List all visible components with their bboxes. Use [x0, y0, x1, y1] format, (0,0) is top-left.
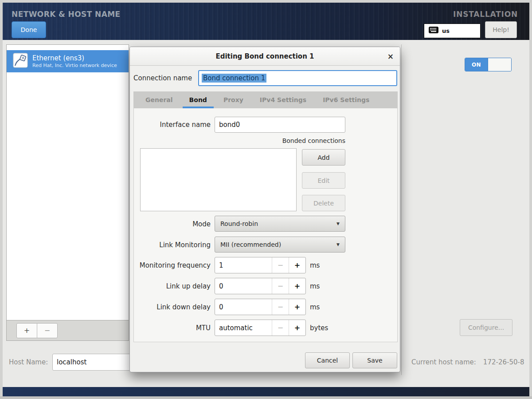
plus-icon[interactable]: +	[289, 278, 305, 294]
bonded-add-button[interactable]: Add	[302, 149, 345, 166]
mtu-unit: bytes	[310, 324, 328, 332]
toggle-knob[interactable]	[488, 58, 511, 71]
installation-label: INSTALLATION	[453, 10, 518, 19]
tab-bond[interactable]: Bond	[183, 91, 214, 108]
connection-name-input[interactable]: Bond connection 1	[198, 70, 397, 86]
minus-icon[interactable]: −	[272, 278, 289, 294]
interface-name-input[interactable]: bond0	[215, 117, 345, 133]
chevron-down-icon: ▼	[336, 242, 340, 247]
toggle-on-label: ON	[465, 58, 488, 71]
keyboard-icon	[429, 27, 438, 35]
plus-icon[interactable]: +	[289, 257, 305, 273]
host-name-label: Host Name:	[9, 358, 48, 366]
tab-ipv6-settings[interactable]: IPv6 Settings	[316, 91, 376, 108]
help-button[interactable]: Help!	[485, 21, 517, 38]
close-icon[interactable]: ×	[387, 47, 394, 66]
bonded-connections-list[interactable]	[140, 148, 297, 211]
link-monitoring-dropdown-value: MII (recommended)	[220, 241, 281, 248]
chevron-down-icon: ▼	[336, 221, 340, 226]
tab-general[interactable]: General	[139, 91, 180, 108]
minus-icon[interactable]: −	[272, 320, 289, 336]
monitoring-frequency-spinner: 1 − +	[215, 257, 306, 273]
minus-icon[interactable]: −	[272, 299, 289, 315]
header-bar: NETWORK & HOST NAME Done INSTALLATION us…	[3, 3, 529, 40]
keyboard-layout-code: us	[442, 28, 450, 34]
edit-bond-dialog: Editing Bond connection 1 × Connection n…	[129, 47, 400, 372]
link-down-delay-spinner: 0 − +	[215, 299, 306, 315]
mtu-label: MTU	[130, 324, 211, 332]
device-list: Ethernet (ens3) Red Hat, Inc. Virtio net…	[6, 44, 129, 320]
device-list-item-ethernet[interactable]: Ethernet (ens3) Red Hat, Inc. Virtio net…	[7, 50, 129, 72]
link-up-delay-label: Link up delay	[130, 282, 211, 290]
tab-proxy[interactable]: Proxy	[217, 91, 250, 108]
done-button[interactable]: Done	[12, 21, 46, 38]
remove-device-button[interactable]: −	[37, 323, 58, 338]
device-list-toolbar: + −	[6, 320, 129, 341]
link-up-delay-value[interactable]: 0	[215, 278, 272, 294]
mode-dropdown[interactable]: Round-robin ▼	[215, 216, 345, 232]
dialog-title: Editing Bond connection 1	[215, 52, 314, 60]
mode-dropdown-value: Round-robin	[220, 220, 258, 227]
keyboard-layout-indicator[interactable]: us	[424, 24, 481, 38]
monitoring-frequency-unit: ms	[310, 261, 320, 269]
device-on-off-toggle[interactable]: ON	[465, 58, 512, 71]
connection-name-selected-text: Bond connection 1	[202, 74, 266, 83]
mode-label: Mode	[130, 220, 211, 228]
anaconda-network-screen: NETWORK & HOST NAME Done INSTALLATION us…	[0, 0, 532, 399]
connection-name-label: Connection name	[133, 74, 192, 82]
save-button[interactable]: Save	[352, 352, 397, 368]
link-down-delay-unit: ms	[310, 303, 320, 311]
dialog-titlebar: Editing Bond connection 1 ×	[130, 47, 400, 66]
bonded-connections-label: Bonded connections	[266, 137, 345, 144]
bottom-banner	[3, 387, 529, 396]
link-monitoring-label: Link Monitoring	[130, 241, 211, 249]
link-up-delay-spinner: 0 − +	[215, 278, 306, 294]
dialog-tab-bar: General Bond Proxy IPv4 Settings IPv6 Se…	[133, 91, 398, 108]
configure-button[interactable]: Configure...	[460, 319, 512, 336]
minus-icon[interactable]: −	[272, 257, 289, 273]
plus-icon[interactable]: +	[289, 320, 305, 336]
link-up-delay-unit: ms	[310, 282, 320, 290]
monitoring-frequency-label: Monitoring frequency	[130, 261, 211, 269]
current-host-name: Current host name: 172-26-50-8	[411, 358, 524, 366]
bottom-frame	[0, 396, 532, 399]
ethernet-cable-icon	[13, 53, 28, 70]
cancel-button[interactable]: Cancel	[305, 352, 350, 368]
mtu-spinner: automatic − +	[215, 320, 306, 336]
bonded-edit-button[interactable]: Edit	[302, 172, 345, 189]
pane-divider	[401, 44, 402, 375]
link-down-delay-label: Link down delay	[130, 303, 211, 311]
mtu-value[interactable]: automatic	[215, 320, 272, 336]
device-texts: Ethernet (ens3) Red Hat, Inc. Virtio net…	[32, 54, 117, 69]
device-subtitle: Red Hat, Inc. Virtio network device	[32, 63, 117, 69]
monitoring-frequency-value[interactable]: 1	[215, 257, 272, 273]
current-host-name-label: Current host name:	[411, 358, 476, 366]
add-device-button[interactable]: +	[16, 323, 37, 338]
device-title: Ethernet (ens3)	[32, 54, 117, 63]
bonded-delete-button[interactable]: Delete	[302, 195, 345, 211]
link-down-delay-value[interactable]: 0	[215, 299, 272, 315]
page-title: NETWORK & HOST NAME	[12, 10, 121, 19]
link-monitoring-dropdown[interactable]: MII (recommended) ▼	[215, 237, 345, 253]
interface-name-label: Interface name	[130, 121, 211, 129]
host-name-input[interactable]: localhost	[52, 354, 132, 371]
tab-ipv4-settings[interactable]: IPv4 Settings	[253, 91, 313, 108]
plus-icon[interactable]: +	[289, 299, 305, 315]
current-host-name-value: 172-26-50-8	[483, 358, 524, 366]
